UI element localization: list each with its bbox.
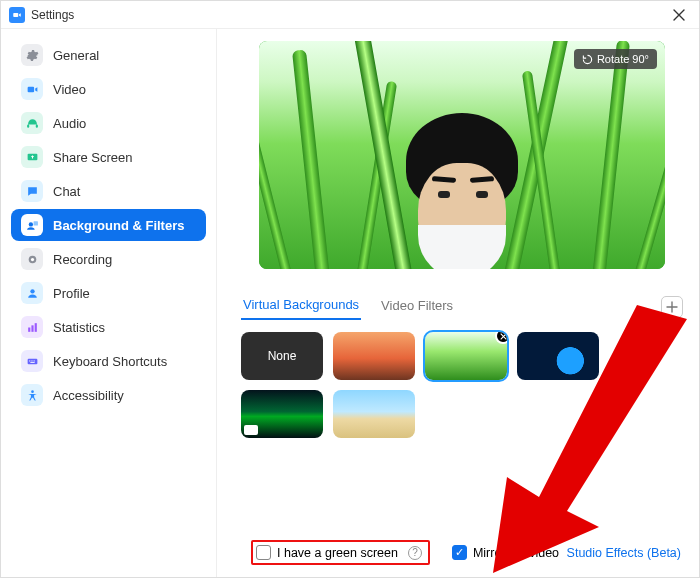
- preview-background: [259, 41, 665, 269]
- window-title: Settings: [31, 8, 74, 22]
- sidebar-item-keyboard-shortcuts[interactable]: Keyboard Shortcuts: [11, 345, 206, 377]
- sidebar-label: Audio: [53, 116, 86, 131]
- svg-point-3: [28, 222, 32, 226]
- sidebar-item-chat[interactable]: Chat: [11, 175, 206, 207]
- background-thumb-aurora[interactable]: [241, 390, 323, 438]
- headphones-icon: [21, 112, 43, 134]
- sidebar-label: Recording: [53, 252, 112, 267]
- svg-point-16: [31, 390, 34, 393]
- sidebar-label: Profile: [53, 286, 90, 301]
- share-screen-icon: [21, 146, 43, 168]
- sidebar-item-recording[interactable]: Recording: [11, 243, 206, 275]
- svg-rect-9: [31, 325, 33, 332]
- tabs: Virtual Backgrounds Video Filters: [241, 293, 683, 320]
- background-thumbnails: None: [241, 332, 683, 438]
- background-filters-icon: [21, 214, 43, 236]
- background-thumb-grass[interactable]: [425, 332, 507, 380]
- svg-point-7: [30, 289, 34, 293]
- svg-rect-14: [33, 360, 34, 361]
- close-icon: [500, 333, 507, 340]
- gear-icon: [21, 44, 43, 66]
- settings-window: Settings General Video: [0, 0, 700, 578]
- sidebar-label: Keyboard Shortcuts: [53, 354, 167, 369]
- svg-rect-8: [28, 327, 30, 331]
- sidebar-item-accessibility[interactable]: Accessibility: [11, 379, 206, 411]
- svg-rect-15: [30, 362, 34, 363]
- sidebar-label: Statistics: [53, 320, 105, 335]
- checkbox-icon: [256, 545, 271, 560]
- sidebar-item-general[interactable]: General: [11, 39, 206, 71]
- svg-rect-4: [33, 221, 37, 225]
- rotate-icon: [582, 54, 593, 65]
- main-panel: Rotate 90° Virtual Backgrounds Video Fil…: [217, 29, 699, 577]
- mirror-video-checkbox[interactable]: Mirror my video: [452, 545, 559, 560]
- close-icon: [673, 9, 685, 21]
- studio-effects-link[interactable]: Studio Effects (Beta): [567, 546, 683, 560]
- rotate-90-button[interactable]: Rotate 90°: [574, 49, 657, 69]
- svg-rect-1: [27, 86, 34, 91]
- sidebar-label: Accessibility: [53, 388, 124, 403]
- background-thumb-bridge[interactable]: [333, 332, 415, 380]
- video-icon: [21, 78, 43, 100]
- green-screen-label: I have a green screen: [277, 546, 398, 560]
- sidebar-item-audio[interactable]: Audio: [11, 107, 206, 139]
- checkbox-icon: [452, 545, 467, 560]
- svg-rect-12: [29, 360, 30, 361]
- svg-rect-0: [13, 12, 18, 16]
- sidebar-item-video[interactable]: Video: [11, 73, 206, 105]
- sidebar-label: Chat: [53, 184, 80, 199]
- mirror-video-label: Mirror my video: [473, 546, 559, 560]
- accessibility-icon: [21, 384, 43, 406]
- sidebar-item-share-screen[interactable]: Share Screen: [11, 141, 206, 173]
- plus-icon: [666, 301, 678, 313]
- sidebar-item-profile[interactable]: Profile: [11, 277, 206, 309]
- titlebar: Settings: [1, 1, 699, 29]
- sidebar-label: Share Screen: [53, 150, 133, 165]
- zoom-app-icon: [9, 7, 25, 23]
- svg-rect-10: [34, 323, 36, 332]
- help-icon[interactable]: ?: [408, 546, 422, 560]
- green-screen-checkbox[interactable]: I have a green screen ?: [256, 545, 422, 560]
- sidebar-item-background-filters[interactable]: Background & Filters: [11, 209, 206, 241]
- recording-icon: [21, 248, 43, 270]
- keyboard-icon: [21, 350, 43, 372]
- add-background-button[interactable]: [661, 296, 683, 318]
- sidebar-label: Video: [53, 82, 86, 97]
- tab-virtual-backgrounds[interactable]: Virtual Backgrounds: [241, 293, 361, 320]
- remove-background-button[interactable]: [495, 332, 507, 344]
- svg-rect-13: [31, 360, 32, 361]
- chat-icon: [21, 180, 43, 202]
- svg-point-6: [30, 257, 33, 260]
- tab-video-filters[interactable]: Video Filters: [379, 294, 455, 319]
- background-thumb-none[interactable]: None: [241, 332, 323, 380]
- window-body: General Video Audio Share Screen: [1, 29, 699, 577]
- profile-icon: [21, 282, 43, 304]
- sidebar-label: Background & Filters: [53, 218, 184, 233]
- annotation-highlight: I have a green screen ?: [251, 540, 430, 565]
- sidebar-item-statistics[interactable]: Statistics: [11, 311, 206, 343]
- settings-sidebar: General Video Audio Share Screen: [1, 29, 217, 577]
- thumb-none-label: None: [268, 349, 297, 363]
- statistics-icon: [21, 316, 43, 338]
- close-button[interactable]: [667, 3, 691, 27]
- sidebar-label: General: [53, 48, 99, 63]
- options-row: I have a green screen ? Mirror my video …: [241, 534, 683, 567]
- video-preview: Rotate 90°: [259, 41, 665, 269]
- background-thumb-earth[interactable]: [517, 332, 599, 380]
- background-thumb-beach[interactable]: [333, 390, 415, 438]
- rotate-label: Rotate 90°: [597, 53, 649, 65]
- video-badge-icon: [244, 425, 258, 435]
